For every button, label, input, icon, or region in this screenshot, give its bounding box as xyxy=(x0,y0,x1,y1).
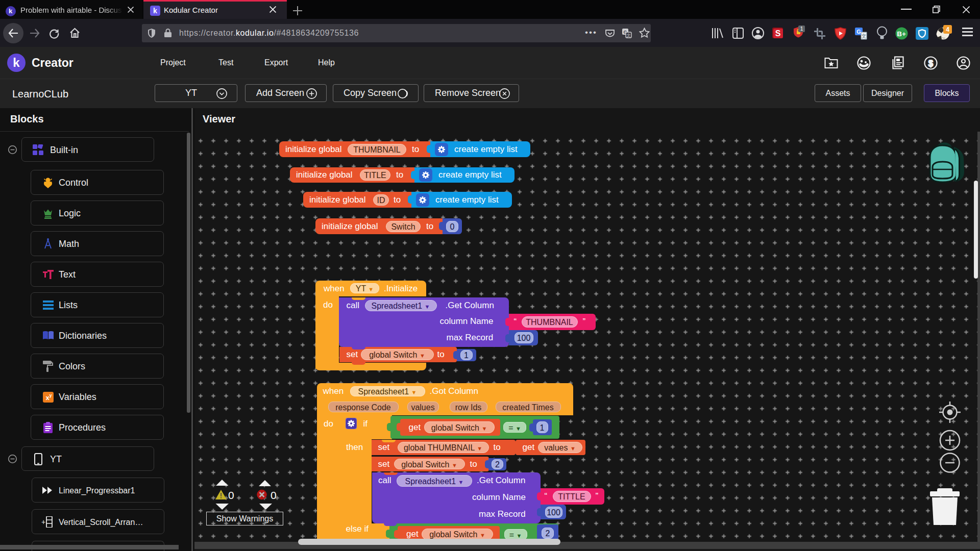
svg-text:4: 4 xyxy=(946,26,949,33)
svg-text:k: k xyxy=(153,7,157,15)
svg-text:0: 0 xyxy=(271,489,277,501)
svg-text:k: k xyxy=(13,56,20,69)
svg-text:$: $ xyxy=(928,59,933,68)
svg-text:B+: B+ xyxy=(897,30,906,38)
svg-text:1: 1 xyxy=(800,26,803,32)
svg-text:S: S xyxy=(775,29,781,38)
svg-text:G: G xyxy=(856,29,861,35)
svg-text:+: + xyxy=(41,518,45,526)
svg-text:k: k xyxy=(9,7,13,15)
svg-text:文: 文 xyxy=(627,33,631,38)
svg-text:y: y xyxy=(49,393,52,398)
svg-text:0: 0 xyxy=(228,489,234,501)
svg-text:文: 文 xyxy=(862,33,867,39)
